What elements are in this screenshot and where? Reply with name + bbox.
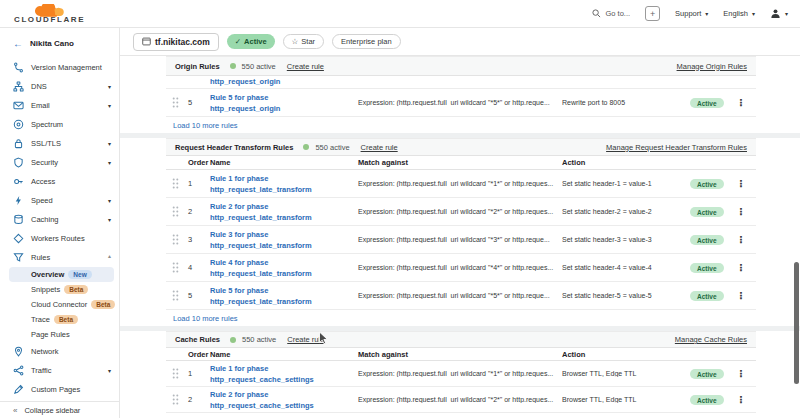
star-button[interactable]: ☆ Star: [283, 34, 325, 49]
sidebar-item-spectrum[interactable]: Spectrum: [0, 115, 119, 134]
create-rule-link[interactable]: Create rule: [287, 62, 324, 71]
vertical-scrollbar-thumb[interactable]: [794, 262, 799, 384]
sidebar-item-workers-routes[interactable]: Workers Routes: [0, 229, 119, 248]
kebab-menu-icon[interactable]: ⋮: [736, 178, 748, 189]
table-row: 4 Rule 4 for phase http_request_late_tra…: [166, 254, 756, 282]
table-row: 5 Rule 5 for phase http_request_origin E…: [166, 89, 756, 117]
active-count: 550 active: [315, 143, 349, 152]
rule-name-link[interactable]: Rule 1 for phase http_request_late_trans…: [210, 173, 358, 195]
rule-name-link[interactable]: Rule 1 for phase http_request_cache_sett…: [210, 363, 358, 385]
beta-badge: Beta: [54, 315, 78, 325]
kebab-menu-icon[interactable]: ⋮: [736, 262, 748, 273]
collapse-sidebar-button[interactable]: « Collapse sidebar: [0, 401, 119, 418]
kebab-menu-icon[interactable]: ⋮: [736, 368, 748, 379]
rule-name-line2: http_request_late_transform: [210, 296, 358, 307]
zone-selector[interactable]: tf.nikitac.com: [133, 33, 219, 51]
status-badge: Active: [690, 291, 724, 301]
user-menu[interactable]: ▾: [770, 8, 788, 19]
rht-rules-header: Request Header Transform Rules 550 activ…: [166, 138, 756, 156]
location-pin-icon: [12, 346, 24, 358]
drag-handle-icon[interactable]: [172, 290, 188, 301]
column-name: Name: [210, 350, 358, 359]
drag-handle-icon[interactable]: [172, 206, 188, 217]
sidebar-item-label: Access: [31, 177, 55, 186]
rule-name-link[interactable]: Rule 2 for phase http_request_late_trans…: [210, 201, 358, 223]
rule-name-link[interactable]: Rule 5 for phase http_request_late_trans…: [210, 285, 358, 307]
sidebar-item-speed[interactable]: Speed ▾: [0, 191, 119, 210]
drag-handle-icon[interactable]: [172, 234, 188, 245]
sidebar-item-custom-pages[interactable]: Custom Pages: [0, 380, 119, 399]
rule-match-expression: Expression: (http.request.full_uri wildc…: [358, 264, 562, 271]
rule-action: Set static header-5 = value-5: [562, 292, 690, 299]
manage-rules-link[interactable]: Manage Cache Rules: [675, 335, 747, 344]
lock-icon: [12, 138, 24, 150]
kebab-menu-icon[interactable]: ⋮: [736, 394, 748, 405]
table-row: 2 Rule 2 for phase http_request_cache_se…: [166, 387, 756, 413]
language-menu[interactable]: English ▾: [723, 9, 755, 18]
sidebar-item-email[interactable]: Email ▾: [0, 96, 119, 115]
chevron-down-icon: ▾: [108, 367, 111, 374]
brush-icon: [12, 384, 24, 396]
global-search[interactable]: Go to...: [592, 9, 630, 18]
rule-match-expression: Expression: (http.request.full_uri wildc…: [358, 292, 562, 299]
drag-handle-icon[interactable]: [172, 97, 188, 108]
account-back-row[interactable]: ← Nikita Cano: [0, 28, 119, 58]
create-rule-link[interactable]: Create rule: [361, 143, 398, 152]
create-rule-link[interactable]: Create rule: [287, 335, 324, 344]
chevron-down-icon: ▾: [108, 216, 111, 223]
status-badge: Active: [690, 179, 724, 189]
sidebar-item-network[interactable]: Network: [0, 342, 119, 361]
sidebar-item-ssl-tls[interactable]: SSL/TLS ▾: [0, 134, 119, 153]
kebab-menu-icon[interactable]: ⋮: [736, 97, 748, 108]
collapse-icon: «: [13, 406, 17, 415]
manage-rules-link[interactable]: Manage Request Header Transform Rules: [606, 143, 747, 152]
rule-name-link[interactable]: Rule 3 for phase http_request_late_trans…: [210, 229, 358, 251]
load-more-link[interactable]: Load 10 more rules: [173, 314, 238, 323]
sidebar-item-page-rules[interactable]: Page Rules: [0, 327, 119, 342]
kebab-menu-icon[interactable]: ⋮: [736, 290, 748, 301]
lightning-icon: [12, 195, 24, 207]
rule-name-link[interactable]: Rule 5 for phase http_request_origin: [210, 92, 358, 114]
rule-match-expression: Expression: (http.request.full_uri wildc…: [358, 99, 562, 106]
sidebar-item-version-management[interactable]: Version Management: [0, 58, 119, 77]
rule-name-link[interactable]: http_request_origin: [210, 76, 280, 88]
column-match: Match against: [358, 158, 562, 167]
sidebar-item-overview[interactable]: Overview New: [9, 267, 114, 282]
rule-order: 5: [188, 291, 210, 300]
sidebar-subitem-label: Cloud Connector: [31, 300, 87, 309]
drag-handle-icon[interactable]: [172, 368, 188, 379]
sidebar-item-dns[interactable]: DNS ▾: [0, 77, 119, 96]
sidebar-item-security[interactable]: Security ▾: [0, 153, 119, 172]
sidebar-item-traffic[interactable]: Traffic ▾: [0, 361, 119, 380]
sidebar-item-cloud-connector[interactable]: Cloud Connector Beta: [0, 297, 119, 312]
cloudflare-logo[interactable]: CLOUDFLARE: [14, 4, 85, 24]
drag-handle-icon[interactable]: [172, 394, 188, 405]
sidebar-item-label: Workers Routes: [31, 234, 85, 243]
rule-name-link[interactable]: Rule 2 for phase http_request_cache_sett…: [210, 389, 358, 411]
sidebar-item-snippets[interactable]: Snippets Beta: [0, 282, 119, 297]
sidebar-item-trace[interactable]: Trace Beta: [0, 312, 119, 327]
rule-match-expression: Expression: (http.request.full_uri wildc…: [358, 236, 562, 243]
rule-order: 2: [188, 207, 210, 216]
sidebar-item-access[interactable]: Access: [0, 172, 119, 191]
column-action: Action: [562, 350, 690, 359]
add-site-button[interactable]: +: [645, 6, 660, 21]
table-row: 1 Rule 1 for phase http_request_late_tra…: [166, 170, 756, 198]
sidebar-item-rules[interactable]: Rules ▾: [0, 248, 119, 267]
sidebar-subitem-label: Trace: [31, 315, 50, 324]
drag-handle-icon[interactable]: [172, 178, 188, 189]
funnel-icon: [12, 252, 24, 264]
kebab-menu-icon[interactable]: ⋮: [736, 206, 748, 217]
sidebar-item-caching[interactable]: Caching ▾: [0, 210, 119, 229]
back-arrow-icon[interactable]: ←: [13, 38, 23, 49]
rule-name-link[interactable]: Rule 4 for phase http_request_late_trans…: [210, 257, 358, 279]
drag-handle-icon[interactable]: [172, 262, 188, 273]
sidebar-item-label: Speed: [31, 196, 53, 205]
star-icon: ☆: [292, 37, 299, 46]
support-menu[interactable]: Support ▾: [675, 9, 708, 18]
status-badge: Active: [690, 235, 724, 245]
load-more-link[interactable]: Load 10 more rules: [173, 121, 238, 130]
kebab-menu-icon[interactable]: ⋮: [736, 234, 748, 245]
sidebar-subitem-label: Overview: [31, 270, 64, 279]
manage-rules-link[interactable]: Manage Origin Rules: [677, 62, 747, 71]
